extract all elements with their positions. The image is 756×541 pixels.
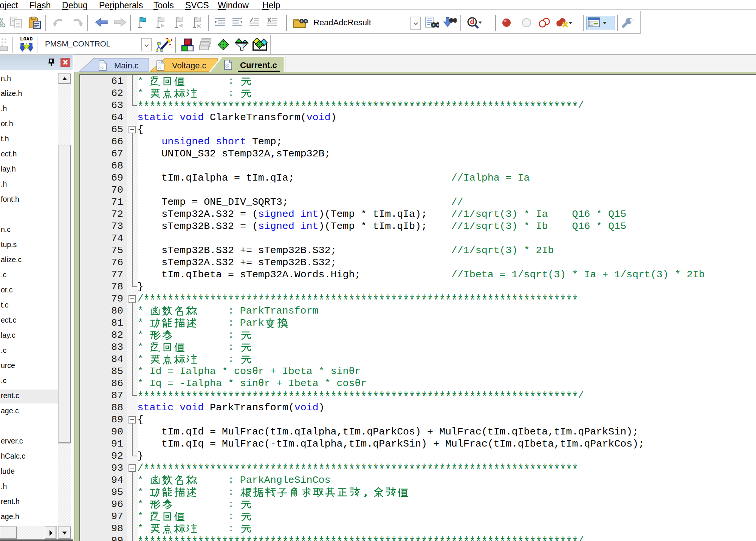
svg-text:d: d: [470, 18, 474, 26]
